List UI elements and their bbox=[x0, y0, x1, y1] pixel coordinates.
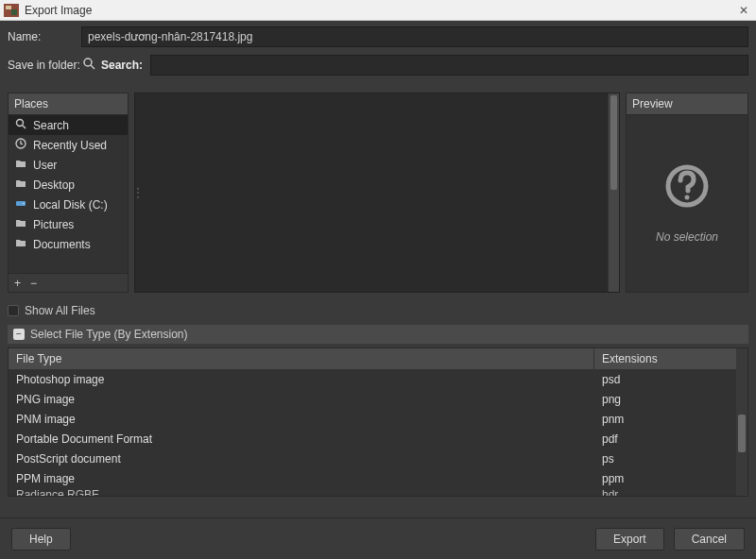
filetype-name: PNM image bbox=[9, 413, 594, 426]
app-icon bbox=[4, 4, 19, 17]
filetype-table-body: Photoshop imagepsdPNG imagepngPNM imagep… bbox=[9, 369, 736, 496]
window-title: Export Image bbox=[25, 4, 735, 17]
path-input[interactable] bbox=[150, 55, 748, 76]
sidebar-item-label: Documents bbox=[33, 238, 91, 251]
filetype-name: PNG image bbox=[9, 393, 594, 406]
export-image-dialog: Export Image ✕ Name: Save in folder: Sea… bbox=[0, 0, 756, 559]
sidebar-item-label: Desktop bbox=[33, 178, 75, 192]
folder-icon bbox=[14, 178, 27, 192]
places-header: Places bbox=[9, 93, 128, 115]
filetype-name: PPM image bbox=[9, 472, 594, 485]
table-row[interactable]: PNM imagepnm bbox=[9, 409, 736, 429]
sidebar-item-label: Local Disk (C:) bbox=[33, 198, 108, 212]
search-icon[interactable] bbox=[83, 58, 95, 73]
cancel-button[interactable]: Cancel bbox=[674, 528, 745, 551]
sidebar-item-recently-used[interactable]: Recently Used bbox=[9, 135, 128, 155]
filetype-name: Radiance RGBE bbox=[9, 488, 594, 496]
svg-line-6 bbox=[23, 126, 26, 128]
folder-icon bbox=[14, 158, 27, 172]
svg-point-3 bbox=[84, 59, 92, 66]
svg-rect-2 bbox=[11, 9, 17, 15]
filetype-ext: ps bbox=[594, 452, 736, 466]
svg-point-9 bbox=[23, 203, 25, 205]
filetype-scrollbar[interactable] bbox=[736, 348, 747, 496]
svg-rect-1 bbox=[6, 6, 11, 9]
clock-icon bbox=[14, 138, 27, 152]
show-all-files-checkbox[interactable] bbox=[8, 305, 19, 316]
close-icon[interactable]: ✕ bbox=[735, 4, 752, 17]
collapse-icon[interactable]: − bbox=[13, 329, 25, 340]
file-scrollbar[interactable] bbox=[608, 93, 619, 292]
remove-place-icon[interactable]: − bbox=[30, 277, 37, 290]
sidebar-item-label: Search bbox=[33, 119, 69, 132]
preview-empty-text: No selection bbox=[656, 230, 718, 244]
sidebar-item-label: Pictures bbox=[33, 218, 74, 231]
filetype-table: File Type Extensions Photoshop imagepsdP… bbox=[8, 347, 748, 497]
filetype-ext: psd bbox=[594, 373, 736, 386]
file-list[interactable] bbox=[141, 93, 608, 292]
folder-icon bbox=[14, 237, 27, 251]
add-place-icon[interactable]: + bbox=[14, 277, 21, 290]
filetype-ext: png bbox=[594, 393, 736, 406]
drive-icon bbox=[14, 197, 27, 212]
filetype-table-header: File Type Extensions bbox=[9, 348, 736, 369]
places-footer: + − bbox=[9, 273, 128, 292]
export-button[interactable]: Export bbox=[595, 528, 664, 551]
filetype-ext: ppm bbox=[594, 472, 736, 485]
folder-icon bbox=[14, 217, 27, 231]
col-filetype[interactable]: File Type bbox=[9, 348, 594, 369]
sidebar-item-search[interactable]: Search bbox=[9, 115, 128, 135]
filetype-ext: hdr bbox=[594, 488, 736, 496]
svg-point-11 bbox=[685, 195, 690, 200]
table-row[interactable]: Radiance RGBEhdr bbox=[9, 488, 736, 496]
col-extensions[interactable]: Extensions bbox=[594, 348, 736, 369]
sidebar-item-documents[interactable]: Documents bbox=[9, 234, 128, 254]
places-panel: Places SearchRecently UsedUserDesktopLoc… bbox=[8, 93, 129, 293]
table-row[interactable]: PostScript documentps bbox=[9, 449, 736, 468]
show-all-files-row[interactable]: Show All Files bbox=[8, 302, 748, 319]
save-in-folder-row: Save in folder: Search: bbox=[8, 55, 748, 76]
sidebar-item-local-disk-c-[interactable]: Local Disk (C:) bbox=[9, 195, 128, 214]
table-row[interactable]: PNG imagepng bbox=[9, 389, 736, 409]
places-list: SearchRecently UsedUserDesktopLocal Disk… bbox=[9, 115, 128, 273]
filetype-expander-label: Select File Type (By Extension) bbox=[30, 328, 188, 341]
svg-point-5 bbox=[17, 120, 24, 127]
dialog-footer: Help Export Cancel bbox=[0, 517, 756, 559]
question-mark-icon bbox=[664, 163, 710, 212]
name-row: Name: bbox=[8, 26, 748, 47]
save-in-folder-label: Save in folder: bbox=[8, 59, 81, 72]
sidebar-item-label: Recently Used bbox=[33, 139, 107, 152]
filetype-ext: pnm bbox=[594, 413, 736, 426]
show-all-files-label: Show All Files bbox=[25, 304, 95, 317]
help-button[interactable]: Help bbox=[11, 528, 71, 551]
titlebar: Export Image ✕ bbox=[0, 0, 756, 21]
filename-input[interactable] bbox=[81, 26, 748, 47]
sidebar-item-label: User bbox=[33, 159, 57, 172]
table-row[interactable]: Photoshop imagepsd bbox=[9, 369, 736, 389]
filetype-ext: pdf bbox=[594, 432, 736, 446]
preview-panel: Preview No selection bbox=[626, 93, 748, 293]
filetype-name: Portable Document Format bbox=[9, 432, 594, 446]
search-crumb-label[interactable]: Search: bbox=[101, 59, 143, 72]
sidebar-item-user[interactable]: User bbox=[9, 155, 128, 175]
filetype-name: PostScript document bbox=[9, 452, 594, 466]
table-row[interactable]: Portable Document Formatpdf bbox=[9, 429, 736, 449]
filetype-expander[interactable]: − Select File Type (By Extension) bbox=[8, 325, 748, 344]
sidebar-item-desktop[interactable]: Desktop bbox=[9, 175, 128, 195]
search-icon bbox=[14, 118, 27, 132]
svg-line-4 bbox=[91, 65, 94, 69]
file-list-pane: ⋮ bbox=[134, 93, 620, 293]
filetype-name: Photoshop image bbox=[9, 373, 594, 386]
table-row[interactable]: PPM imageppm bbox=[9, 468, 736, 488]
sidebar-item-pictures[interactable]: Pictures bbox=[9, 214, 128, 234]
name-label: Name: bbox=[8, 30, 81, 43]
preview-header: Preview bbox=[627, 93, 747, 115]
